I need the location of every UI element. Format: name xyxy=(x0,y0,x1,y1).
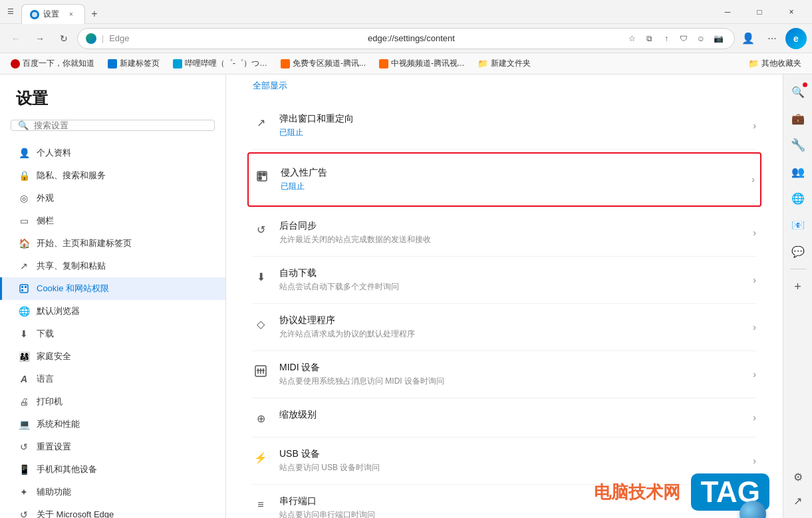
popup-title: 弹出窗口和重定向 xyxy=(279,113,742,125)
rs-edge-btn[interactable]: 🌐 xyxy=(786,186,810,210)
tab-close-btn[interactable]: × xyxy=(66,9,76,20)
collections-btn[interactable]: ⧉ xyxy=(641,31,657,47)
midi-icon xyxy=(253,363,269,379)
maximize-btn[interactable]: □ xyxy=(744,1,775,23)
usb-desc: 站点要访问 USB 设备时询问 xyxy=(279,462,742,473)
sidebar-item-family[interactable]: 👨‍👩‍👧 家庭安全 xyxy=(0,345,225,368)
feedback-btn[interactable]: ☺ xyxy=(693,31,709,47)
bookmark-tencent2[interactable]: 中视频频道-腾讯视... xyxy=(374,56,470,71)
setting-text-popup: 弹出窗口和重定向 已阻止 xyxy=(279,113,742,138)
ads-desc[interactable]: 已阻止 xyxy=(281,181,741,192)
sidebar-item-system[interactable]: 💻 系统和性能 xyxy=(0,413,225,436)
setting-item-popup: ↗ 弹出窗口和重定向 已阻止 › xyxy=(253,102,756,150)
language-icon: A xyxy=(18,373,30,385)
sidebar-toggle-btn[interactable]: ☰ xyxy=(5,7,16,17)
right-sidebar: 🔍 💼 🔧 👥 🌐 📧 💬 + ⚙ ↗ xyxy=(783,74,812,518)
setting-text-zoom: 缩放级别 xyxy=(279,409,742,423)
address-bar[interactable]: | Edge edge://settings/content ☆ ⧉ ↑ 🛡 ☺… xyxy=(77,28,735,49)
rs-user-btn[interactable]: 👥 xyxy=(786,160,810,184)
start-icon: 🏠 xyxy=(18,237,30,249)
setting-text-ads: 侵入性广告 已阻止 xyxy=(281,167,741,192)
browser-essentials-btn[interactable]: 🛡 xyxy=(676,31,692,47)
sidebar-item-language[interactable]: A 语言 xyxy=(0,368,225,390)
bookmark-baidu[interactable]: 百度一下，你就知道 xyxy=(5,56,100,71)
zoom-icon: ⊕ xyxy=(253,410,269,426)
rs-tools-btn[interactable]: 🔧 xyxy=(786,133,810,157)
address-divider: | xyxy=(102,34,104,43)
more-tools-btn[interactable]: ··· xyxy=(761,28,783,49)
default-browser-icon: 🌐 xyxy=(18,305,30,317)
setting-item-autodownload: ⬇ 自动下载 站点尝试自动下载多个文件时询问 › xyxy=(253,257,756,304)
sidebar-item-start[interactable]: 🏠 开始、主页和新建标签页 xyxy=(0,232,225,255)
profile-icon: 👤 xyxy=(18,147,30,159)
refresh-btn[interactable]: ↻ xyxy=(53,28,74,49)
rs-wallet-btn[interactable]: 💼 xyxy=(786,106,810,130)
address-url: edge://settings/content xyxy=(368,33,618,43)
search-box[interactable]: 🔍 xyxy=(11,120,215,131)
rs-add-btn[interactable]: + xyxy=(786,275,810,299)
rs-bottom: ⚙ ↗ xyxy=(786,465,810,513)
bookmark-tencent1[interactable]: 免费专区频道-腾讯... xyxy=(275,56,371,71)
popup-desc[interactable]: 已阻止 xyxy=(279,127,742,138)
sidebar-item-appearance[interactable]: ◎ 外观 xyxy=(0,187,225,209)
serial-title: 串行端口 xyxy=(279,495,742,507)
sidebar-item-reset[interactable]: ↺ 重置设置 xyxy=(0,436,225,458)
search-input[interactable] xyxy=(34,120,207,130)
rs-search-btn[interactable]: 🔍 xyxy=(786,80,810,104)
setting-text-usb: USB 设备 站点要访问 USB 设备时询问 xyxy=(279,448,742,473)
bookmarks-more[interactable]: 📁 其他收藏夹 xyxy=(743,56,807,71)
bookmark-newtab[interactable]: 新建标签页 xyxy=(102,56,165,71)
address-prefix: Edge xyxy=(109,33,360,43)
sidebar-item-accessibility[interactable]: ✦ 辅助功能 xyxy=(0,481,225,503)
back-btn[interactable]: ← xyxy=(5,28,27,49)
close-btn[interactable]: × xyxy=(776,1,807,23)
setting-item-serial: ≡ 串行端口 站点要访问串行端口时询问 › www.tagxp.com 极光下载… xyxy=(253,485,756,518)
rs-outlook-btn[interactable]: 📧 xyxy=(786,213,810,237)
rs-message-btn[interactable]: 💬 xyxy=(786,239,810,263)
show-all-link[interactable]: 全部显示 xyxy=(226,74,783,102)
rs-external-btn[interactable]: ↗ xyxy=(786,489,810,513)
autodownload-title: 自动下载 xyxy=(279,267,742,279)
ads-arrow: › xyxy=(751,174,755,185)
new-tab-btn[interactable]: + xyxy=(85,5,104,23)
sidebar-item-default-browser[interactable]: 🌐 默认浏览器 xyxy=(0,300,225,323)
sidebar-item-sidebar[interactable]: ▭ 侧栏 xyxy=(0,209,225,232)
bgsync-arrow: › xyxy=(753,227,756,238)
svg-rect-6 xyxy=(259,173,261,176)
sidebar-item-profile[interactable]: 👤 个人资料 xyxy=(0,142,225,164)
sidebar-item-about[interactable]: ↺ 关于 Microsoft Edge xyxy=(0,503,225,518)
sidebar-item-downloads[interactable]: ⬇ 下载 xyxy=(0,323,225,345)
bookmark-bilibili[interactable]: 哔哩哔哩（゜-゜）つ… xyxy=(168,56,273,71)
active-tab[interactable]: 设置 × xyxy=(21,4,85,24)
setting-text-bgsync: 后台同步 允许最近关闭的站点完成数据的发送和接收 xyxy=(279,220,742,245)
appearance-icon: ◎ xyxy=(18,192,30,204)
sidebar-item-printer[interactable]: 🖨 打印机 xyxy=(0,390,225,413)
sidebar-item-share[interactable]: ↗ 共享、复制和粘贴 xyxy=(0,255,225,277)
sidebar-item-mobile[interactable]: 📱 手机和其他设备 xyxy=(0,458,225,481)
profile-btn[interactable]: 👤 xyxy=(738,28,759,49)
about-icon: ↺ xyxy=(18,509,30,518)
settings-sidebar: 设置 🔍 👤 个人资料 🔒 隐私、搜索和服务 ◎ 外观 ▭ 侧栏 xyxy=(0,74,226,518)
usb-icon: ⚡ xyxy=(253,450,269,465)
share-btn[interactable]: ↑ xyxy=(658,31,674,47)
family-icon: 👨‍👩‍👧 xyxy=(18,350,30,362)
right-panel: 全部显示 ↗ 弹出窗口和重定向 已阻止 › xyxy=(226,74,783,518)
reset-icon: ↺ xyxy=(18,441,30,453)
sidebar-item-cookies[interactable]: Cookie 和网站权限 xyxy=(0,277,225,300)
bookmark-folder[interactable]: 📁 新建文件夹 xyxy=(472,56,536,71)
cookies-icon xyxy=(18,283,30,295)
screenshot-btn[interactable]: 📷 xyxy=(710,31,726,47)
address-actions: ☆ ⧉ ↑ 🛡 ☺ 📷 xyxy=(624,31,726,47)
favorites-btn[interactable]: ☆ xyxy=(624,31,640,47)
midi-desc: 站点要使用系统独占消息访问 MIDI 设备时询问 xyxy=(279,376,742,387)
usb-title: USB 设备 xyxy=(279,448,742,460)
svg-rect-8 xyxy=(259,177,261,180)
minimize-btn[interactable]: ─ xyxy=(712,1,743,23)
serial-desc: 站点要访问串行端口时询问 xyxy=(279,509,742,518)
edge-logo: e xyxy=(785,28,807,49)
rs-settings-btn[interactable]: ⚙ xyxy=(786,465,810,489)
setting-text-midi: MIDI 设备 站点要使用系统独占消息访问 MIDI 设备时询问 xyxy=(279,362,742,387)
svg-rect-7 xyxy=(263,173,265,176)
sidebar-item-privacy[interactable]: 🔒 隐私、搜索和服务 xyxy=(0,164,225,187)
forward-btn[interactable]: → xyxy=(29,28,51,49)
